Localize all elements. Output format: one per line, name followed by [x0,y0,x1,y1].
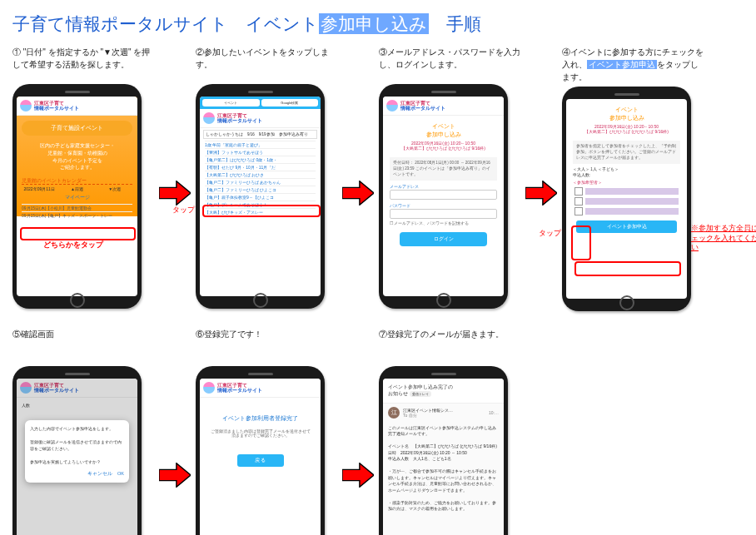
event-info: 2022年09月16日(金) 10:20～10:50【大島第二】ぴぴひろば (ぴ… [383,141,504,154]
step-1: ① "日付" を指定するか "▼次週" を押して希望する活動を探します。 江東区… [12,46,154,309]
calendar-heading: 児童館のイベントカレンダー [22,178,132,185]
list-item[interactable]: 【亀戸二】ファミリーひろば あかちゃん [205,178,316,185]
apply-button[interactable]: イベント参加申込 [576,220,677,233]
step-1-caption: ① "日付" を指定するか "▼次週" を押して希望する活動を探します。 [12,46,154,81]
phone-3: 江東区子育て情報ポータルサイト イベント参加申し込み 2022年09月16日(金… [379,84,508,309]
list-item[interactable]: 【有明】せだぴ 9月・10月・11月「だ [205,163,316,170]
complete-msg: ご登録頂きました内容は登録完了メールを送付させて頂きますのでご確認ください。 [210,429,311,438]
step-2-caption: ②参加したいイベントをタップします。 [196,46,337,81]
date-nav[interactable]: 2022年09月11日▲前週▼次週 [22,186,132,191]
info-box: 受付日時： 2022年08月1日(月) 00:00 ～ 2022年09月16日(… [390,157,497,181]
checklist-heading: ＜参加希望者＞ [573,180,680,185]
form-title: イベント参加申し込み [383,116,504,141]
instruction-box: 参加者を指定して参加者をチェックした上、「予約制参加」ボタンを押してください。ご… [573,141,680,164]
event-row[interactable]: 09月15日(木)【小松川】児童館運動会 [22,204,132,211]
step-5-caption: ⑤確認画面 [12,328,154,363]
mail-from: 江 江東区イベント情報シス…To 自分 10:… [388,407,499,419]
phone-1: 江東区子育て情報ポータルサイト 子育て施設イベント 区内の子ども家庭支援センター… [12,84,142,309]
cancel-button[interactable]: キャンセル [87,471,112,476]
phone-4: イベント参加申し込み 2022年09月16日(金) 10:20～10:50【大島… [562,87,691,311]
arrow-icon [337,81,379,305]
step-7-caption: ⑦登録完了のメールが届きます。 [379,328,520,363]
count-label: 申込人数: [573,173,680,177]
row-1: ① "日付" を指定するか "▼次週" を押して希望する活動を探します。 江東区… [12,46,744,311]
participant-checkbox[interactable] [574,197,679,206]
password-field[interactable] [390,209,497,219]
arrow-icon [154,81,196,305]
arrow-icon [520,81,562,305]
confirm-dialog: 入力した内容でイベント参加申込をします。 登録後に確認メールを送信させて頂きます… [25,420,129,483]
checkbox-note: ※参加する方全員にチェックを入れてください [691,224,756,253]
phone-7: イベント参加申し込み完了のお知らせ 受信トレイ 江 江東区イベント情報シス…To… [379,366,508,535]
phone-2: イベントGoogle検索 江東区子育て情報ポータルサイト しゃかしゃかうちは 9… [196,84,325,309]
intro-text: 区内の子ども家庭支援センター・児童館・保育園・幼稚園の今月のイベント予定をご紹介… [17,139,137,175]
step-5: ⑤確認画面 江東区子育て情報ポータルサイト 人数 入力した内容でイベント参加申込… [12,328,154,535]
list-item[interactable]: しゃかしゃかうちは 9/16 9/19参加 参加申込み有り [203,130,317,139]
email-field[interactable] [390,190,497,200]
mail-subject: イベント参加申し込み完了のお知らせ 受信トレイ [383,379,504,404]
remember-checkbox[interactable]: ☐ メールアドレス、パスワードを記憶する [390,221,497,225]
participant-checkbox[interactable] [574,187,679,196]
mypage-link[interactable]: マイページ [19,194,135,201]
ok-button[interactable]: OK [117,471,124,476]
list-item[interactable]: 【亀戸第二】はぴぴひろば 0歳・1歳・ [205,156,316,162]
step-3-caption: ③メールアドレス・パスワードを入力し、ログインします。 [379,46,520,81]
list-item[interactable]: 【豊洲】フットサルであそぼう [205,148,316,155]
arrow-icon [154,363,196,535]
highlight-box [20,227,136,240]
login-button[interactable]: ログイン [400,232,487,246]
list-item[interactable]: 【亀戸】親子体操教室9～【ひよこコ [205,193,316,200]
browser-tabs[interactable]: イベントGoogle検索 [200,97,321,109]
people-info: ＜大人＞ 1人 ＜子ども＞ [573,167,680,171]
step-7: ⑦登録完了のメールが届きます。 イベント参加申し込み完了のお知らせ 受信トレイ … [379,328,520,535]
avatar-icon: 江 [388,407,400,419]
tap-label: どちらかをタップ [43,240,103,250]
event-info: 2022年09月16日(金) 10:20～10:50【大島第二】ぴぴひろば (ぴ… [566,124,687,137]
highlight-box [574,261,681,276]
step-3: ③メールアドレス・パスワードを入力し、ログインします。 江東区子育て情報ポータル… [379,46,520,309]
tap-label: タップ [539,228,561,239]
page-title: 子育て情報ポータルサイト イベント参加申し込み 手順 [12,12,744,36]
step-4: ④イベントに参加する方にチェックを入れ、イベント参加申込をタップします。 イベン… [562,46,704,311]
row-2: ⑤確認画面 江東区子育て情報ポータルサイト 人数 入力した内容でイベント参加申込… [12,328,744,535]
arrow-icon [337,363,379,535]
step-2: ②参加したいイベントをタップします。 イベントGoogle検索 江東区子育て情報… [196,46,337,309]
step-6: ⑥登録完了です！ 江東区子育て情報ポータルサイト イベント参加利用者登録完了 ご… [196,328,337,535]
highlight-box [571,225,591,260]
step-6-caption: ⑥登録完了です！ [196,328,337,363]
list-item[interactable]: 【大島第二】ぴぴひろば おひさ [205,171,316,177]
phone-6: 江東区子育て情報ポータルサイト イベント参加利用者登録完了 ご登録頂きました内容… [196,366,325,535]
complete-title: イベント参加利用者登録完了 [200,414,321,423]
step-4-caption: ④イベントに参加する方にチェックを入れ、イベント参加申込をタップします。 [562,46,704,83]
participant-checkbox[interactable] [574,207,679,215]
list-item[interactable]: 【亀戸二】ファミリーひろば ひよこコ [205,186,316,192]
password-label: パスワード [390,203,497,208]
tap-label: タップ [172,205,195,215]
list-item[interactable]: 1歳 午前「家庭の親子と遊び」 [205,141,316,147]
mail-body: このメールは江東区イベント参加申込システムの申し込み完了通知メールです。 イベン… [383,422,504,516]
phone-5: 江東区子育て情報ポータルサイト 人数 入力した内容でイベント参加申込をします。 … [12,366,142,535]
back-button[interactable]: 戻 る [237,454,284,467]
form-title: イベント参加申し込み [566,99,687,124]
event-row[interactable]: 09月15日(木)【亀戸】キッズ・スポーツ・トレー [22,211,132,218]
ribbon-title: 子育て施設イベント [22,121,132,136]
email-label: メールアドレス [390,184,497,189]
highlight-box [202,205,321,217]
